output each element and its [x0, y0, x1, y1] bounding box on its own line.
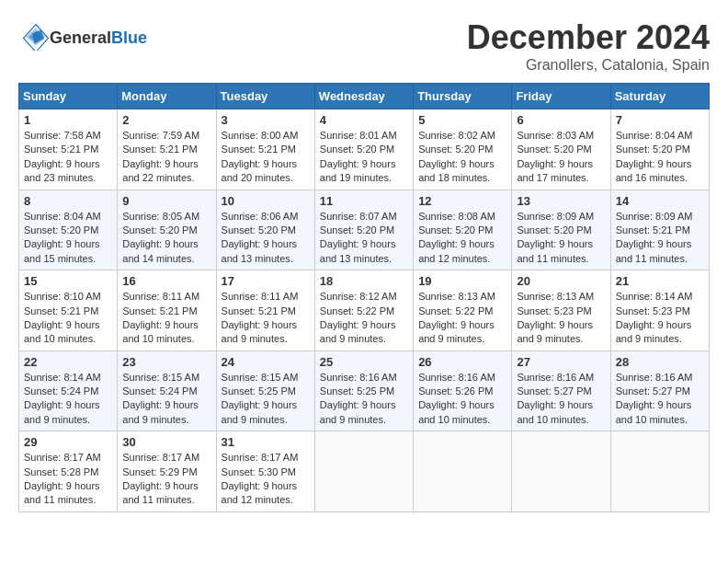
calendar-cell: 29 Sunrise: 8:17 AM Sunset: 5:28 PM Dayl… — [19, 431, 118, 512]
sunset-label: Sunset: 5:20 PM — [418, 144, 493, 155]
daylight-label: Daylight: 9 hours and 12 minutes. — [222, 480, 298, 505]
sunset-label: Sunset: 5:26 PM — [418, 385, 493, 396]
sunset-label: Sunset: 5:20 PM — [616, 144, 690, 155]
day-number: 13 — [517, 194, 605, 208]
day-info: Sunrise: 8:17 AM Sunset: 5:28 PM Dayligh… — [24, 451, 112, 508]
calendar-cell: 22 Sunrise: 8:14 AM Sunset: 5:24 PM Dayl… — [19, 350, 118, 431]
daylight-label: Daylight: 9 hours and 11 minutes. — [122, 480, 199, 505]
day-number: 31 — [222, 435, 310, 449]
calendar-cell — [610, 431, 709, 512]
day-info: Sunrise: 8:16 AM Sunset: 5:26 PM Dayligh… — [418, 371, 506, 428]
calendar-cell: 11 Sunrise: 8:07 AM Sunset: 5:20 PM Dayl… — [314, 190, 413, 270]
day-info: Sunrise: 8:17 AM Sunset: 5:30 PM Dayligh… — [222, 451, 310, 508]
daylight-label: Daylight: 9 hours and 9 minutes. — [222, 319, 298, 344]
daylight-label: Daylight: 9 hours and 10 minutes. — [24, 319, 100, 344]
calendar-cell: 17 Sunrise: 8:11 AM Sunset: 5:21 PM Dayl… — [216, 270, 314, 351]
calendar-cell: 1 Sunrise: 7:58 AM Sunset: 5:21 PM Dayli… — [19, 109, 118, 190]
sunrise-label: Sunrise: 8:16 AM — [517, 372, 594, 383]
sunset-label: Sunset: 5:25 PM — [320, 385, 394, 396]
sunset-label: Sunset: 5:21 PM — [24, 144, 98, 155]
sunrise-label: Sunrise: 8:14 AM — [616, 291, 693, 302]
day-info: Sunrise: 8:14 AM Sunset: 5:24 PM Dayligh… — [24, 371, 112, 428]
day-number: 30 — [122, 435, 210, 449]
day-number: 2 — [122, 113, 210, 127]
calendar-cell: 8 Sunrise: 8:04 AM Sunset: 5:20 PM Dayli… — [19, 190, 118, 270]
daylight-label: Daylight: 9 hours and 15 minutes. — [24, 238, 100, 263]
sunrise-label: Sunrise: 8:16 AM — [418, 372, 495, 383]
daylight-label: Daylight: 9 hours and 9 minutes. — [616, 319, 692, 344]
day-info: Sunrise: 8:00 AM Sunset: 5:21 PM Dayligh… — [222, 129, 310, 186]
calendar-cell: 12 Sunrise: 8:08 AM Sunset: 5:20 PM Dayl… — [414, 190, 512, 270]
daylight-label: Daylight: 9 hours and 16 minutes. — [616, 158, 692, 183]
header-day-wednesday: Wednesday — [314, 84, 413, 109]
day-info: Sunrise: 8:04 AM Sunset: 5:20 PM Dayligh… — [24, 210, 112, 267]
sunrise-label: Sunrise: 8:09 AM — [616, 211, 693, 222]
calendar-cell: 18 Sunrise: 8:12 AM Sunset: 5:22 PM Dayl… — [314, 270, 413, 351]
calendar-cell — [414, 431, 512, 512]
calendar-cell: 27 Sunrise: 8:16 AM Sunset: 5:27 PM Dayl… — [512, 350, 610, 431]
day-number: 11 — [320, 194, 408, 208]
daylight-label: Daylight: 9 hours and 9 minutes. — [122, 399, 199, 424]
sunrise-label: Sunrise: 8:17 AM — [24, 452, 101, 463]
header-day-saturday: Saturday — [610, 84, 709, 109]
calendar-cell: 6 Sunrise: 8:03 AM Sunset: 5:20 PM Dayli… — [512, 109, 610, 190]
day-info: Sunrise: 8:17 AM Sunset: 5:29 PM Dayligh… — [122, 451, 210, 508]
sunset-label: Sunset: 5:21 PM — [222, 144, 296, 155]
day-number: 8 — [24, 194, 112, 208]
day-info: Sunrise: 8:11 AM Sunset: 5:21 PM Dayligh… — [122, 290, 210, 347]
daylight-label: Daylight: 9 hours and 12 minutes. — [418, 238, 495, 263]
sunrise-label: Sunrise: 8:02 AM — [418, 130, 495, 141]
daylight-label: Daylight: 9 hours and 11 minutes. — [517, 238, 593, 263]
sunset-label: Sunset: 5:24 PM — [122, 385, 197, 396]
header-day-monday: Monday — [118, 84, 216, 109]
day-number: 6 — [517, 113, 605, 127]
calendar-cell: 13 Sunrise: 8:09 AM Sunset: 5:20 PM Dayl… — [512, 190, 610, 270]
location: Granollers, Catalonia, Spain — [467, 57, 710, 74]
day-number: 5 — [418, 113, 506, 127]
sunset-label: Sunset: 5:27 PM — [616, 385, 690, 396]
day-number: 26 — [418, 355, 506, 369]
day-number: 10 — [222, 194, 310, 208]
daylight-label: Daylight: 9 hours and 14 minutes. — [122, 238, 199, 263]
daylight-label: Daylight: 9 hours and 9 minutes. — [517, 319, 593, 344]
month-title: December 2024 — [467, 18, 710, 57]
sunrise-label: Sunrise: 8:12 AM — [320, 291, 397, 302]
day-info: Sunrise: 8:09 AM Sunset: 5:20 PM Dayligh… — [517, 210, 605, 267]
day-number: 14 — [616, 194, 704, 208]
sunrise-label: Sunrise: 8:11 AM — [122, 291, 199, 302]
calendar-cell: 2 Sunrise: 7:59 AM Sunset: 5:21 PM Dayli… — [118, 109, 216, 190]
calendar-cell: 16 Sunrise: 8:11 AM Sunset: 5:21 PM Dayl… — [118, 270, 216, 351]
day-info: Sunrise: 8:11 AM Sunset: 5:21 PM Dayligh… — [222, 290, 310, 347]
sunrise-label: Sunrise: 8:07 AM — [320, 211, 397, 222]
sunset-label: Sunset: 5:20 PM — [517, 144, 591, 155]
header-day-tuesday: Tuesday — [216, 84, 314, 109]
sunrise-label: Sunrise: 8:08 AM — [418, 211, 495, 222]
sunrise-label: Sunrise: 8:15 AM — [222, 372, 299, 383]
sunset-label: Sunset: 5:23 PM — [517, 305, 591, 316]
day-number: 24 — [222, 355, 310, 369]
calendar-cell: 9 Sunrise: 8:05 AM Sunset: 5:20 PM Dayli… — [118, 190, 216, 270]
calendar-cell: 26 Sunrise: 8:16 AM Sunset: 5:26 PM Dayl… — [414, 350, 512, 431]
daylight-label: Daylight: 9 hours and 23 minutes. — [24, 158, 100, 183]
daylight-label: Daylight: 9 hours and 10 minutes. — [517, 399, 593, 424]
daylight-label: Daylight: 9 hours and 10 minutes. — [418, 399, 495, 424]
sunset-label: Sunset: 5:22 PM — [418, 305, 493, 316]
sunset-label: Sunset: 5:20 PM — [122, 224, 197, 236]
logo-text: GeneralBlue — [50, 29, 147, 49]
day-info: Sunrise: 8:14 AM Sunset: 5:23 PM Dayligh… — [616, 290, 704, 347]
calendar-cell: 25 Sunrise: 8:16 AM Sunset: 5:25 PM Dayl… — [314, 350, 413, 431]
title-block: December 2024 Granollers, Catalonia, Spa… — [467, 18, 710, 74]
sunset-label: Sunset: 5:20 PM — [24, 224, 98, 236]
day-number: 19 — [418, 274, 506, 288]
daylight-label: Daylight: 9 hours and 13 minutes. — [222, 238, 298, 263]
day-number: 15 — [24, 274, 112, 288]
day-info: Sunrise: 8:02 AM Sunset: 5:20 PM Dayligh… — [418, 129, 506, 186]
day-info: Sunrise: 8:13 AM Sunset: 5:23 PM Dayligh… — [517, 290, 605, 347]
calendar-body: 1 Sunrise: 7:58 AM Sunset: 5:21 PM Dayli… — [19, 109, 710, 512]
sunset-label: Sunset: 5:21 PM — [616, 224, 690, 236]
calendar-cell: 4 Sunrise: 8:01 AM Sunset: 5:20 PM Dayli… — [314, 109, 413, 190]
daylight-label: Daylight: 9 hours and 18 minutes. — [418, 158, 495, 183]
calendar-cell: 20 Sunrise: 8:13 AM Sunset: 5:23 PM Dayl… — [512, 270, 610, 351]
day-info: Sunrise: 8:15 AM Sunset: 5:24 PM Dayligh… — [122, 371, 210, 428]
logo-general: General — [50, 29, 111, 47]
